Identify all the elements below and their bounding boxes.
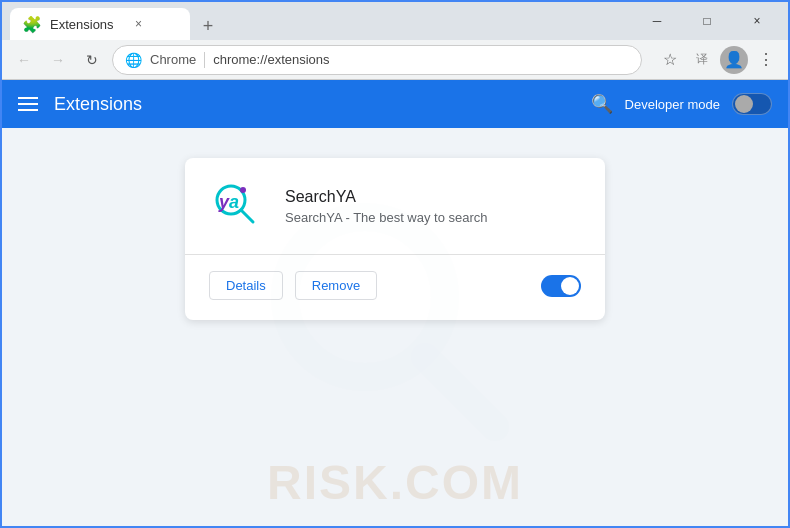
refresh-button[interactable]: ↻	[78, 46, 106, 74]
main-content: RISK.COM y a SearchYA SearchYA - The b	[2, 128, 788, 528]
extensions-title: Extensions	[54, 94, 142, 115]
tab-icon: 🧩	[22, 15, 42, 34]
maximize-button[interactable]: □	[684, 5, 730, 37]
minimize-button[interactable]: ─	[634, 5, 680, 37]
address-bar-row: ← → ↻ 🌐 Chrome chrome://extensions ☆ 译 👤…	[2, 40, 788, 80]
hamburger-menu-button[interactable]	[18, 97, 38, 111]
bookmark-button[interactable]: ☆	[656, 46, 684, 74]
header-right-controls: 🔍 Developer mode	[591, 93, 772, 115]
tab-close-button[interactable]: ×	[130, 15, 148, 33]
profile-icon: 👤	[724, 50, 744, 69]
url-display: chrome://extensions	[213, 52, 329, 67]
svg-line-3	[241, 210, 253, 222]
tab-area: 🧩 Extensions × +	[10, 2, 626, 40]
extensions-header: Extensions 🔍 Developer mode	[2, 80, 788, 128]
back-button[interactable]: ←	[10, 46, 38, 74]
forward-button[interactable]: →	[44, 46, 72, 74]
close-button[interactable]: ×	[734, 5, 780, 37]
chrome-globe-icon: 🌐	[125, 52, 142, 68]
omnibox-separator	[204, 52, 205, 68]
window-controls: ─ □ ×	[634, 5, 780, 37]
svg-point-6	[240, 187, 246, 193]
background-magnifier	[255, 187, 535, 471]
title-bar: 🧩 Extensions × + ─ □ ×	[2, 2, 788, 40]
tab-label: Extensions	[50, 17, 114, 32]
profile-button[interactable]: 👤	[720, 46, 748, 74]
extension-toggle-knob	[561, 277, 579, 295]
new-tab-button[interactable]: +	[194, 12, 222, 40]
omnibox[interactable]: 🌐 Chrome chrome://extensions	[112, 45, 642, 75]
active-tab[interactable]: 🧩 Extensions ×	[10, 8, 190, 40]
developer-mode-label: Developer mode	[625, 97, 720, 112]
svg-line-1	[425, 357, 495, 427]
chrome-menu-button[interactable]: ⋮	[752, 46, 780, 74]
omnibox-actions: ☆ 译 👤 ⋮	[656, 46, 780, 74]
search-icon[interactable]: 🔍	[591, 93, 613, 115]
developer-mode-toggle[interactable]	[732, 93, 772, 115]
chrome-label: Chrome	[150, 52, 196, 67]
translate-button[interactable]: 译	[688, 46, 716, 74]
svg-text:a: a	[229, 192, 239, 212]
extension-enable-toggle[interactable]	[541, 275, 581, 297]
toggle-knob	[735, 95, 753, 113]
